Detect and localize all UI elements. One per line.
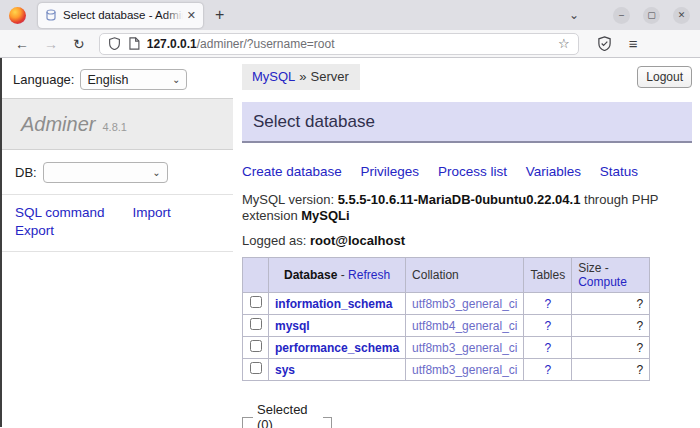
window-close-button[interactable]: ✕ (673, 7, 690, 24)
db-table-body: information_schema utf8mb3_general_ci ? … (243, 293, 650, 381)
browser-chrome: Select database - Adminer ✕ + ⌄ – ▢ ✕ ← … (0, 0, 700, 58)
row-checkbox[interactable] (250, 340, 262, 352)
logged-label: Logged as: (242, 233, 306, 248)
sidebar: Language: English ⌄ Adminer 4.8.1 DB: ⌄ … (2, 58, 233, 252)
size-header-label: Size (578, 261, 601, 275)
account-shield-icon[interactable] (597, 36, 612, 51)
list-all-tabs-icon[interactable]: ⌄ (569, 8, 579, 22)
collation-cell: utf8mb4_general_ci (406, 315, 524, 337)
chevron-down-icon: ⌄ (152, 167, 160, 178)
version-extension: MySQLi (301, 208, 349, 223)
server-nav-links: Create database Privileges Process list … (242, 164, 692, 179)
logged-as-line: Logged as: root@localhost (242, 233, 692, 248)
window-maximize-button[interactable]: ▢ (643, 7, 660, 24)
table-row: sys utf8mb3_general_ci ? ? (243, 359, 650, 381)
database-name-cell: sys (269, 359, 406, 381)
nav-link-status[interactable]: Status (600, 164, 638, 179)
hamburger-menu-icon[interactable]: ≡ (629, 35, 638, 52)
language-select[interactable]: English ⌄ (80, 69, 187, 90)
size-value: ? (636, 297, 643, 311)
table-row: performance_schema utf8mb3_general_ci ? … (243, 337, 650, 359)
forward-icon[interactable]: → (44, 37, 58, 51)
database-header-cell: Database - Refresh (269, 258, 406, 293)
tab-close-icon[interactable]: ✕ (187, 9, 196, 22)
size-header-cell: Size - Compute (572, 258, 650, 293)
db-label: DB: (15, 165, 37, 180)
mysql-version-line: MySQL version: 5.5.5-10.6.11-MariaDB-0ub… (242, 192, 692, 224)
table-row: mysql utf8mb4_general_ci ? ? (243, 315, 650, 337)
tables-count-link[interactable]: ? (544, 319, 551, 333)
browser-toolbar: ← → ↻ 127.0.0.1/adminer/?username=root ☆… (0, 30, 700, 58)
row-checkbox-cell (243, 337, 269, 359)
header-separator: - (605, 261, 609, 275)
checkbox-header-cell (243, 258, 269, 293)
address-bar[interactable]: 127.0.0.1/adminer/?username=root ☆ (99, 33, 579, 55)
breadcrumb-current: Server (311, 69, 349, 84)
selected-legend: Selected (0) (253, 402, 323, 428)
size-value: ? (636, 363, 643, 377)
breadcrumb-mysql-link[interactable]: MySQL (252, 69, 295, 84)
tables-count-link[interactable]: ? (544, 363, 551, 377)
collation-cell: utf8mb3_general_ci (406, 359, 524, 381)
tables-cell: ? (524, 293, 572, 315)
collation-value: utf8mb3_general_ci (412, 341, 517, 355)
collation-cell: utf8mb3_general_ci (406, 293, 524, 315)
page-info-icon[interactable] (128, 37, 140, 50)
tables-cell: ? (524, 315, 572, 337)
size-cell: ? (572, 315, 650, 337)
version-value: 5.5.5-10.6.11-MariaDB-0ubuntu0.22.04.1 (338, 192, 581, 207)
url-host: 127.0.0.1 (147, 37, 197, 51)
tab-bar: Select database - Adminer ✕ + ⌄ – ▢ ✕ (0, 0, 700, 30)
header-separator: - (341, 268, 345, 282)
firefox-logo-icon (9, 7, 26, 24)
nav-link-create-database[interactable]: Create database (242, 164, 342, 179)
chevron-down-icon: ⌄ (172, 74, 180, 85)
sidebar-link-export[interactable]: Export (15, 223, 54, 238)
breadcrumb-separator: » (299, 69, 306, 84)
row-checkbox[interactable] (250, 296, 262, 308)
collation-value: utf8mb4_general_ci (412, 319, 517, 333)
main-content: MySQL»Server Logout Select database Crea… (242, 58, 692, 428)
row-checkbox[interactable] (250, 362, 262, 374)
reload-icon[interactable]: ↻ (73, 37, 85, 51)
new-tab-button[interactable]: + (215, 7, 224, 23)
nav-link-variables[interactable]: Variables (526, 164, 581, 179)
logged-user: root@localhost (310, 233, 405, 248)
refresh-link[interactable]: Refresh (348, 268, 390, 282)
row-checkbox[interactable] (250, 318, 262, 330)
language-label: Language: (13, 72, 74, 87)
browser-tab[interactable]: Select database - Adminer ✕ (38, 3, 203, 28)
tables-cell: ? (524, 337, 572, 359)
sidebar-divider (2, 251, 233, 252)
collation-value: utf8mb3_general_ci (412, 297, 517, 311)
database-link[interactable]: performance_schema (275, 341, 399, 355)
back-icon[interactable]: ← (15, 37, 29, 51)
database-name-cell: mysql (269, 315, 406, 337)
sidebar-link-import[interactable]: Import (133, 205, 171, 220)
nav-link-privileges[interactable]: Privileges (361, 164, 420, 179)
database-link[interactable]: information_schema (275, 297, 392, 311)
db-select[interactable]: ⌄ (43, 162, 168, 183)
tables-count-link[interactable]: ? (544, 297, 551, 311)
database-table-head: Database - Refresh Collation Tables Size… (243, 258, 650, 293)
bookmark-star-icon[interactable]: ☆ (558, 36, 570, 51)
size-cell: ? (572, 337, 650, 359)
nav-link-process-list[interactable]: Process list (438, 164, 507, 179)
database-link[interactable]: mysql (275, 319, 310, 333)
language-selected-value: English (87, 73, 128, 87)
window-minimize-button[interactable]: – (613, 7, 630, 24)
sidebar-link-sql-command[interactable]: SQL command (15, 205, 105, 220)
tables-count-link[interactable]: ? (544, 341, 551, 355)
database-link[interactable]: sys (275, 363, 295, 377)
brand-band: Adminer 4.8.1 (2, 98, 233, 150)
collation-cell: utf8mb3_general_ci (406, 337, 524, 359)
logout-button[interactable]: Logout (637, 66, 692, 88)
adminer-version: 4.8.1 (102, 121, 126, 133)
adminer-page: Language: English ⌄ Adminer 4.8.1 DB: ⌄ … (0, 58, 700, 427)
size-cell: ? (572, 359, 650, 381)
tables-header-cell: Tables (524, 258, 572, 293)
adminer-favicon-icon (45, 9, 57, 21)
language-row: Language: English ⌄ (2, 58, 233, 90)
shield-permissions-icon[interactable] (108, 37, 121, 50)
compute-link[interactable]: Compute (578, 275, 627, 289)
